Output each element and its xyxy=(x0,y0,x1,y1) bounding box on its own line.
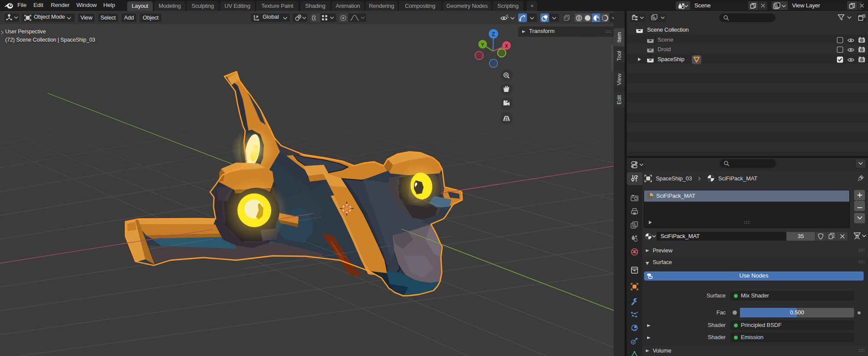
svg-text:X: X xyxy=(505,43,508,49)
svg-text:Z: Z xyxy=(492,31,495,37)
svg-text:Y: Y xyxy=(481,42,484,47)
